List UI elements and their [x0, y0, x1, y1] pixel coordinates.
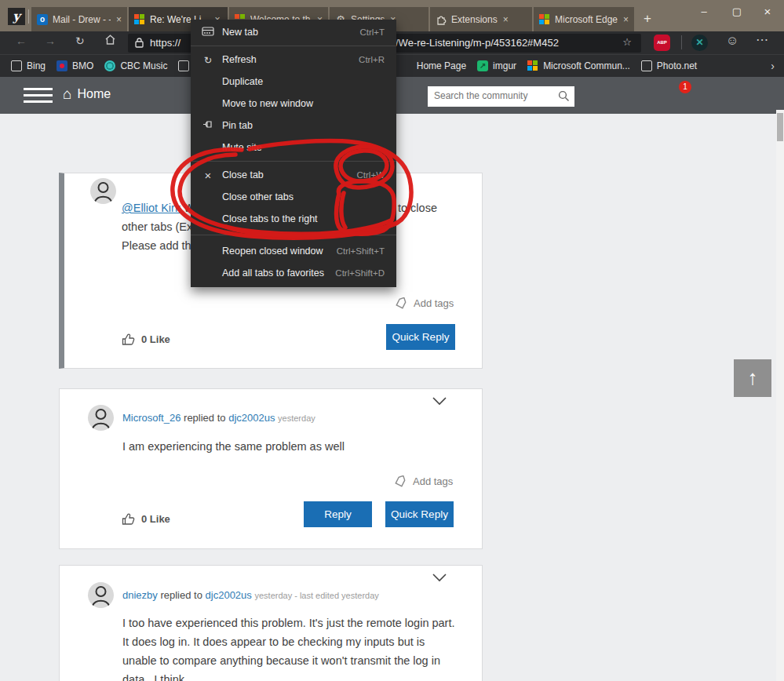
minimize-button[interactable]: –	[687, 0, 720, 25]
menu-item-close-other-tabs[interactable]: Close other tabs	[191, 186, 396, 208]
menu-item-add-all-tabs-to-favorites[interactable]: Add all tabs to favorites Ctrl+Shift+D	[191, 262, 396, 284]
search-icon[interactable]	[558, 90, 570, 105]
post-time: yesterday	[278, 413, 315, 423]
home-icon[interactable]	[104, 34, 116, 48]
bookmark-microsoft-community[interactable]: Microsoft Commun...	[527, 60, 630, 71]
menu-label: Duplicate	[222, 76, 263, 87]
bookmark-label: CBC Music	[120, 60, 167, 71]
collapse-chevron-icon[interactable]	[430, 572, 450, 588]
avatar[interactable]	[88, 582, 114, 608]
menu-separator	[191, 235, 396, 235]
tab-extensions[interactable]: Extensions ×	[430, 7, 532, 31]
bookmark-cbc-music[interactable]: CBC Music	[104, 60, 167, 71]
scrollbar-thumb[interactable]	[777, 113, 783, 141]
extension-x-icon[interactable]: ✕	[691, 35, 708, 51]
bookmark-imgur[interactable]: ↗ imgur	[477, 60, 516, 71]
bookmark-label: Microsoft Commun...	[543, 60, 630, 71]
menu-item-reopen-closed-window[interactable]: Reopen closed window Ctrl+Shift+T	[191, 240, 396, 262]
menu-shortcut: Ctrl+Shift+T	[337, 246, 385, 256]
pin-icon	[201, 119, 215, 132]
avatar[interactable]	[90, 178, 116, 204]
adblock-plus-icon[interactable]: ABP	[654, 35, 670, 51]
tab-close-icon[interactable]: ×	[116, 14, 122, 25]
close-icon: ×	[201, 169, 215, 182]
scroll-to-top-button[interactable]: ↑	[734, 359, 771, 397]
menu-item-refresh[interactable]: ↻ Refresh Ctrl+R	[191, 49, 396, 71]
menu-item-new-tab[interactable]: New tab Ctrl+T	[191, 21, 396, 43]
menu-label: Refresh	[222, 54, 257, 65]
bookmarks-overflow-chevron-icon[interactable]: ›	[771, 60, 775, 72]
like-control[interactable]: 0 Like	[122, 512, 170, 526]
refresh-icon: ↻	[201, 54, 215, 66]
new-tab-button[interactable]: +	[637, 7, 658, 31]
back-icon[interactable]: ←	[16, 35, 27, 47]
tab-microsoft-edge[interactable]: Microsoft Edge ×	[534, 7, 634, 31]
reply-button[interactable]: Reply	[304, 501, 372, 527]
like-control[interactable]: 0 Like	[122, 333, 170, 346]
add-tags-label: Add tags	[414, 297, 454, 309]
menu-item-move-to-new-window[interactable]: Move to new window	[191, 93, 396, 115]
tab-mail[interactable]: o Mail - Drew - - ×	[31, 7, 127, 31]
page-icon	[178, 60, 189, 71]
feedback-smiley-icon[interactable]: ☺	[726, 34, 738, 48]
edge-browser-window: y o Mail - Drew - - × Re: We're Li... × …	[0, 0, 784, 681]
menu-item-duplicate[interactable]: Duplicate	[191, 71, 396, 93]
target-user-link[interactable]: djc2002us	[206, 589, 252, 601]
post-text: to close	[398, 198, 437, 217]
menu-label: Mute site	[222, 142, 262, 153]
collapse-chevron-icon[interactable]	[430, 395, 450, 411]
refresh-icon[interactable]: ↻	[75, 35, 85, 47]
add-tags-button[interactable]: Add tags	[395, 297, 454, 309]
settings-more-icon[interactable]: ⋯	[756, 32, 769, 47]
quick-reply-button[interactable]: Quick Reply	[385, 501, 454, 527]
post-text: Please add th	[122, 236, 191, 255]
bmo-icon	[57, 60, 67, 71]
search-input[interactable]	[434, 86, 552, 105]
bookmark-label: BMO	[72, 60, 93, 71]
add-tags-label: Add tags	[413, 475, 453, 487]
like-count: 0 Like	[141, 513, 170, 525]
menu-item-close-tabs-to-the-right[interactable]: Close tabs to the right	[191, 208, 396, 230]
author-link[interactable]: dniezby	[122, 589, 158, 601]
tag-icon	[394, 475, 407, 487]
lock-icon	[135, 38, 144, 50]
home-icon: ⌂	[63, 86, 71, 103]
tab-title: Microsoft Edge	[555, 14, 618, 25]
post-header: dniezby replied to djc2002us yesterday -…	[122, 589, 379, 601]
close-window-button[interactable]: ×	[751, 0, 784, 25]
hamburger-menu-icon[interactable]	[24, 88, 53, 103]
target-user-link[interactable]: djc2002us	[228, 412, 275, 424]
mention-link[interactable]: @Elliot Kirk	[122, 202, 181, 214]
menu-label: Close other tabs	[222, 191, 294, 202]
browser-logo-icon[interactable]: y	[8, 8, 25, 25]
forward-icon[interactable]: →	[45, 35, 56, 47]
author-link[interactable]: Microsoft_26	[122, 412, 181, 424]
url-prefix: https://	[150, 37, 181, 49]
bookmark-home-page[interactable]: Home Page	[417, 60, 466, 71]
menu-label: Close tab	[222, 169, 264, 180]
bookmark-bmo[interactable]: BMO	[57, 60, 93, 71]
add-tags-button[interactable]: Add tags	[394, 475, 453, 487]
page-scrollbar[interactable]	[776, 110, 784, 681]
menu-item-close-tab[interactable]: × Close tab Ctrl+W	[191, 164, 396, 186]
post-card-2: Microsoft_26 replied to djc2002us yester…	[59, 388, 483, 549]
menu-shortcut: Ctrl+W	[357, 170, 385, 180]
bookmark-label: Photo.net	[657, 60, 697, 71]
bookmark-label: Bing	[27, 60, 46, 71]
divider	[28, 9, 29, 24]
forum-home-link[interactable]: ⌂ Home	[63, 86, 111, 103]
bookmark-label: Home Page	[417, 60, 466, 71]
quick-reply-button[interactable]: Quick Reply	[386, 324, 455, 350]
favorite-star-icon[interactable]: ☆	[622, 36, 632, 48]
maximize-button[interactable]: ▢	[720, 0, 753, 25]
microsoft-icon	[527, 60, 538, 71]
tab-close-icon[interactable]: ×	[623, 14, 629, 25]
menu-item-pin-tab[interactable]: Pin tab	[191, 115, 396, 137]
tab-context-menu: New tab Ctrl+T ↻ Refresh Ctrl+R Duplicat…	[191, 20, 396, 287]
tab-close-icon[interactable]: ×	[503, 14, 509, 25]
bookmark-bing[interactable]: Bing	[11, 60, 46, 71]
bookmark-photo-net[interactable]: Photo.net	[641, 60, 697, 71]
menu-item-mute-site[interactable]: Mute site	[191, 137, 396, 158]
menu-shortcut: Ctrl+R	[359, 55, 385, 64]
avatar[interactable]	[88, 405, 114, 431]
